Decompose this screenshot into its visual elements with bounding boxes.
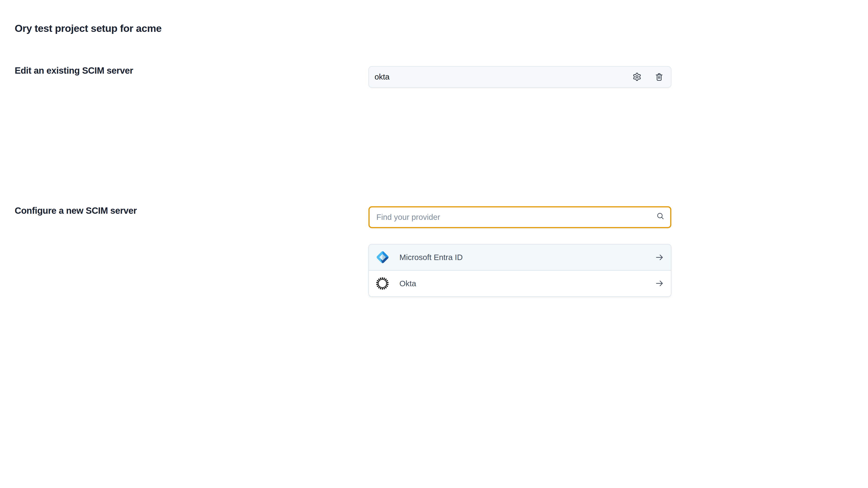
provider-label: Microsoft Entra ID: [399, 253, 463, 262]
server-settings-button[interactable]: [632, 72, 642, 81]
existing-server-card: okta: [368, 66, 671, 88]
server-name: okta: [375, 72, 390, 81]
page-title: Ory test project setup for acme: [15, 23, 162, 34]
configure-section-heading: Configure a new SCIM server: [15, 205, 137, 216]
trash-icon: [655, 72, 664, 81]
provider-label: Okta: [399, 279, 416, 288]
edit-section-heading: Edit an existing SCIM server: [15, 66, 133, 76]
search-icon: [656, 212, 665, 223]
page: Ory test project setup for acme Edit an …: [0, 0, 868, 488]
server-delete-button[interactable]: [655, 72, 664, 81]
microsoft-entra-id-logo-icon: [375, 250, 390, 265]
okta-logo-icon: [375, 276, 390, 291]
gear-icon: [632, 72, 642, 81]
provider-search: [368, 206, 671, 228]
provider-search-input[interactable]: [368, 206, 671, 228]
arrow-right-icon: [655, 253, 664, 262]
arrow-right-icon: [655, 279, 664, 288]
server-actions: [632, 72, 664, 81]
provider-list: Microsoft Entra ID: [368, 244, 671, 297]
provider-row-okta[interactable]: Okta: [369, 270, 671, 296]
provider-row-microsoft-entra-id[interactable]: Microsoft Entra ID: [369, 245, 671, 270]
